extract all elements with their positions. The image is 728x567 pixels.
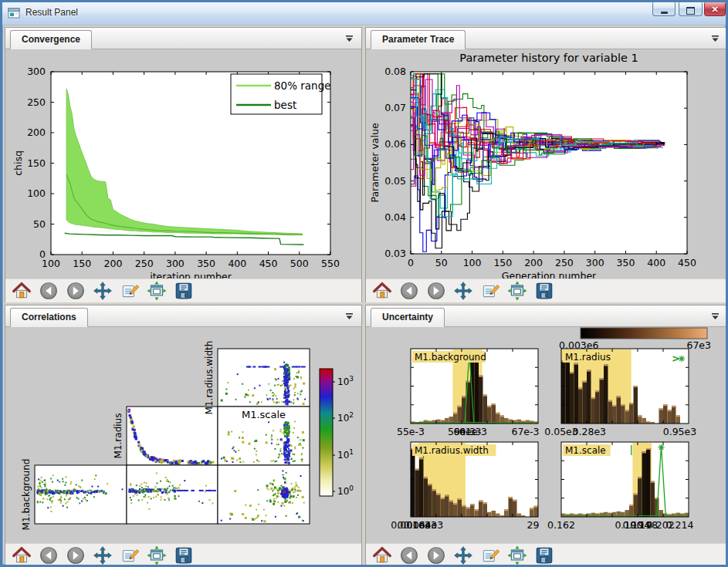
svg-text:450: 450 bbox=[678, 257, 696, 268]
toolbar-home-button[interactable] bbox=[371, 279, 394, 302]
svg-text:250: 250 bbox=[27, 96, 46, 108]
svg-text:0.95e3: 0.95e3 bbox=[663, 426, 696, 437]
toolbar-pan-button[interactable] bbox=[452, 279, 475, 302]
toolbar-save-button[interactable] bbox=[533, 279, 556, 302]
toolbar-home-button[interactable] bbox=[10, 544, 33, 567]
dropdown-arrow-icon bbox=[345, 35, 354, 42]
tab-correlations[interactable]: Correlations bbox=[10, 308, 88, 327]
tab-parameter-trace[interactable]: Parameter Trace bbox=[371, 30, 466, 49]
pan-icon bbox=[93, 545, 113, 565]
svg-text:67e-3: 67e-3 bbox=[511, 426, 539, 437]
toolbar-edit-button[interactable] bbox=[479, 544, 502, 567]
toolbar-back-button[interactable] bbox=[398, 279, 421, 302]
tab-uncertainty-label: Uncertainty bbox=[382, 312, 433, 322]
tab-list-dropdown[interactable] bbox=[707, 311, 723, 322]
edit-icon bbox=[480, 545, 500, 565]
hist-M1.background: M1.background bbox=[411, 349, 538, 424]
back-icon bbox=[399, 545, 419, 565]
svg-text:M1.background: M1.background bbox=[21, 459, 32, 531]
toolbar-forward-button[interactable] bbox=[64, 544, 87, 567]
hist-M1.radius: >M1.radius bbox=[561, 349, 689, 424]
svg-text:M1.radius: M1.radius bbox=[113, 413, 124, 459]
trace-figure: 0501001502002503003504004500.030.040.050… bbox=[366, 49, 727, 278]
svg-text:200: 200 bbox=[524, 257, 543, 268]
toolbar-pan-button[interactable] bbox=[91, 544, 114, 567]
save-icon bbox=[174, 545, 194, 565]
titlebar[interactable]: Result Panel ✕ bbox=[2, 2, 726, 25]
toolbar-save-button[interactable] bbox=[172, 279, 195, 302]
svg-text:M1.scale: M1.scale bbox=[242, 409, 286, 420]
edit-icon bbox=[120, 281, 140, 301]
uncertainty-canvas[interactable]: 0.003e667e3M1.background55e-359e-360e-36… bbox=[366, 327, 727, 543]
trace-canvas[interactable]: 0501001502002503003504004500.030.040.050… bbox=[366, 49, 727, 278]
toolbar-pan-button[interactable] bbox=[452, 544, 475, 567]
toolbar-pan-button[interactable] bbox=[91, 279, 114, 302]
svg-text:200: 200 bbox=[27, 127, 46, 138]
svg-text:100: 100 bbox=[337, 484, 354, 497]
minimize-button[interactable] bbox=[652, 2, 676, 16]
pan-icon bbox=[453, 281, 473, 301]
tab-uncertainty[interactable]: Uncertainty bbox=[371, 308, 445, 327]
hist-M1.radius.width: M1.radius.width bbox=[411, 442, 538, 517]
maximize-icon bbox=[686, 7, 695, 15]
toolbar-home-button[interactable] bbox=[371, 544, 394, 567]
toolbar-edit-button[interactable] bbox=[118, 279, 141, 302]
svg-text:0.162: 0.162 bbox=[547, 519, 575, 531]
subplots-icon bbox=[147, 545, 167, 565]
back-icon bbox=[39, 545, 59, 565]
svg-text:500: 500 bbox=[290, 258, 309, 269]
toolbar-forward-button[interactable] bbox=[64, 279, 87, 302]
toolbar-save-button[interactable] bbox=[533, 544, 556, 567]
toolbar-forward-button[interactable] bbox=[425, 279, 448, 302]
toolbar-back-button[interactable] bbox=[37, 279, 60, 302]
dock-area: Convergence 1001502002503003504004505005… bbox=[5, 27, 728, 567]
correlations-canvas[interactable]: M1.radius.widthM1.radiusM1.backgroundM1.… bbox=[5, 327, 361, 543]
svg-text:best: best bbox=[274, 99, 296, 111]
svg-text:0.04: 0.04 bbox=[384, 211, 406, 223]
svg-text:0: 0 bbox=[408, 257, 414, 268]
correlations-panel: Correlations M1.radius.widthM1.radiusM1.… bbox=[5, 305, 362, 567]
svg-text:M1.scale: M1.scale bbox=[565, 445, 606, 456]
toolbar-edit-button[interactable] bbox=[479, 279, 502, 302]
toolbar-subplots-button[interactable] bbox=[506, 544, 529, 567]
toolbar-save-button[interactable] bbox=[172, 544, 195, 567]
svg-text:0.064e3: 0.064e3 bbox=[404, 519, 443, 531]
uncertainty-panel: Uncertainty 0.003e667e3M1.background55e-… bbox=[365, 305, 728, 567]
toolbar-home-button[interactable] bbox=[10, 279, 33, 302]
svg-text:300: 300 bbox=[586, 257, 604, 268]
toolbar-back-button[interactable] bbox=[37, 544, 60, 567]
svg-text:101: 101 bbox=[337, 448, 354, 461]
close-button[interactable]: ✕ bbox=[704, 2, 726, 16]
svg-text:80% range: 80% range bbox=[274, 79, 331, 92]
maximize-button[interactable] bbox=[679, 2, 703, 16]
toolbar-forward-button[interactable] bbox=[425, 544, 448, 567]
svg-text:150: 150 bbox=[27, 157, 46, 169]
svg-text:150: 150 bbox=[493, 257, 512, 268]
app-icon-glyph bbox=[8, 7, 20, 19]
svg-text:50: 50 bbox=[33, 218, 46, 230]
trace-tabbar: Parameter Trace bbox=[366, 28, 727, 49]
svg-text:0.28e3: 0.28e3 bbox=[573, 426, 606, 437]
tab-list-dropdown[interactable] bbox=[341, 33, 357, 45]
toolbar-back-button[interactable] bbox=[398, 544, 421, 567]
tab-list-dropdown[interactable] bbox=[707, 33, 723, 45]
svg-text:Parameter history for variable: Parameter history for variable 1 bbox=[459, 52, 638, 64]
svg-text:iteration number: iteration number bbox=[150, 271, 232, 278]
convergence-canvas[interactable]: 1001502002503003504004505005500501001502… bbox=[5, 49, 361, 278]
correlations-tabbar: Correlations bbox=[5, 305, 361, 327]
toolbar-subplots-button[interactable] bbox=[506, 279, 529, 302]
save-icon bbox=[534, 545, 554, 565]
tab-parameter-trace-label: Parameter Trace bbox=[382, 34, 454, 45]
svg-text:M1.radius.width: M1.radius.width bbox=[415, 445, 489, 456]
toolbar-edit-button[interactable] bbox=[118, 544, 141, 567]
svg-text:300: 300 bbox=[166, 258, 185, 269]
tab-convergence[interactable]: Convergence bbox=[10, 30, 92, 49]
toolbar-subplots-button[interactable] bbox=[145, 544, 168, 567]
subplots-icon bbox=[507, 545, 527, 565]
toolbar-subplots-button[interactable] bbox=[145, 279, 168, 302]
home-icon bbox=[12, 545, 32, 565]
svg-text:0.214: 0.214 bbox=[666, 519, 694, 531]
tab-list-dropdown[interactable] bbox=[341, 311, 357, 322]
hist-M1.scale: M1.scale bbox=[561, 442, 689, 517]
svg-text:Parameter value: Parameter value bbox=[369, 123, 381, 202]
